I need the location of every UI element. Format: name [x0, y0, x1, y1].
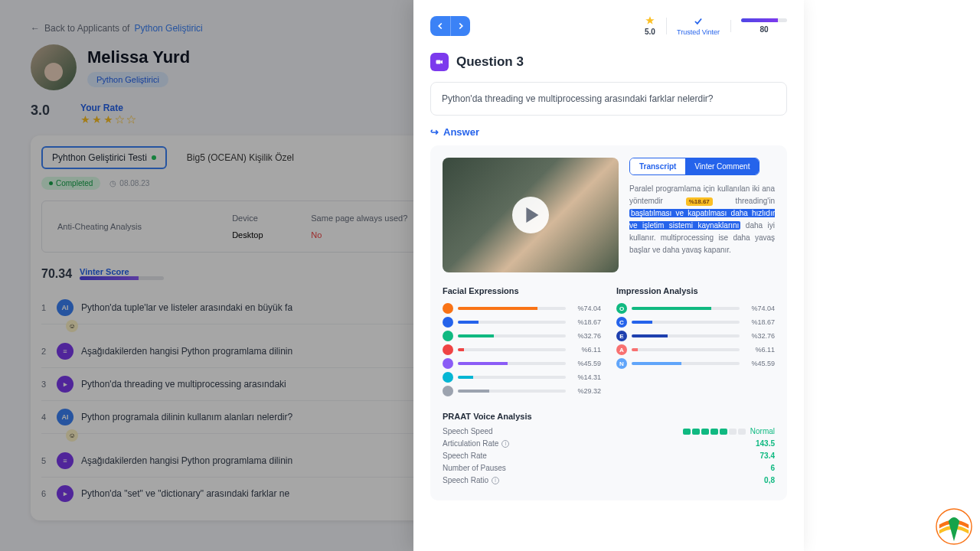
svg-rect-0 — [436, 60, 441, 64]
speed-block — [701, 429, 709, 435]
question-type-icon: ▸ — [57, 485, 74, 502]
clock-icon: ◷ — [109, 179, 116, 187]
praat-row: Articulation Rate i 143.5 — [443, 439, 775, 448]
metric-rating: 5.0 — [645, 15, 655, 36]
vinter-score-label: Vinter Score — [80, 267, 164, 276]
impression-row: A %6.11 — [616, 344, 775, 355]
expression-value: %18.67 — [570, 318, 601, 326]
expression-value: %14.31 — [570, 373, 601, 381]
question-text: Python'da threading ve multiprocessing a… — [430, 82, 787, 116]
praat-value: 73.4 — [760, 452, 775, 460]
praat-speed-label: Speech Speed — [443, 427, 493, 435]
speed-block — [738, 429, 746, 435]
question-number: 5 — [41, 456, 49, 465]
expression-value: %45.59 — [570, 360, 601, 367]
question-type-icon: ≡ — [57, 343, 74, 360]
ac-col-device: Device — [226, 210, 303, 226]
emoji-icon: ☺ — [66, 320, 78, 332]
impression-value: %45.59 — [744, 360, 775, 367]
prev-question-button[interactable] — [430, 16, 450, 36]
test-tab-big5[interactable]: Big5 (OCEAN) Kişilik Özel — [178, 146, 303, 169]
question-type-icon: AI — [57, 299, 74, 316]
emoji-icon: ☺ — [66, 429, 78, 442]
question-type-icon: AI — [57, 409, 74, 425]
your-rate-stars[interactable] — [80, 115, 136, 125]
next-question-button[interactable] — [450, 16, 470, 36]
info-icon[interactable]: i — [501, 440, 509, 448]
facial-row: %29.32 — [443, 386, 601, 396]
expression-value: %6.11 — [570, 346, 601, 354]
impression-value: %6.11 — [744, 346, 775, 354]
ac-device: Desktop — [226, 227, 303, 243]
speed-block — [720, 429, 727, 435]
speed-blocks — [683, 429, 746, 435]
praat-title: PRAAT Voice Analysis — [443, 412, 775, 421]
praat-value: 143.5 — [756, 439, 775, 448]
question-title: Question 3 — [456, 54, 524, 70]
tab-vinter-comment[interactable]: Vinter Comment — [685, 158, 759, 174]
impression-dot-icon: E — [616, 331, 627, 341]
impression-row: N %45.59 — [616, 358, 775, 369]
praat-label: Speech Ratio i — [443, 476, 499, 484]
answer-video-play[interactable] — [443, 158, 619, 272]
expression-dot-icon — [443, 317, 453, 328]
impression-row: C %18.67 — [616, 317, 775, 328]
question-detail-panel: 5.0 Trusted Vinter 80 Question 3 Python'… — [413, 0, 804, 551]
expression-dot-icon — [443, 344, 453, 355]
expression-value: %29.32 — [570, 387, 601, 395]
expression-dot-icon — [443, 386, 453, 396]
question-number: 2 — [41, 347, 49, 356]
avatar — [31, 44, 77, 90]
speed-block — [692, 429, 700, 435]
reply-icon: ↪ — [430, 126, 439, 138]
question-number: 6 — [41, 489, 49, 498]
info-icon[interactable]: i — [492, 477, 499, 484]
answer-label: ↪ Answer — [430, 126, 787, 138]
question-number: 1 — [41, 303, 49, 312]
metric-trusted: Trusted Vinter — [677, 16, 720, 36]
expression-value: %74.04 — [570, 305, 601, 312]
praat-row: Number of Pauses 6 — [443, 464, 775, 472]
answer-card: Transcript Vinter Comment Paralel progra… — [430, 145, 787, 500]
impression-title: Impression Analysis — [616, 286, 775, 295]
vinter-score-bar: .vs-bar::after{width:70%} — [80, 276, 164, 280]
impression-value: %74.04 — [744, 305, 775, 312]
star-icon — [645, 15, 655, 26]
test-tab-python[interactable]: Pyhthon Geliştirici Testi — [41, 146, 167, 169]
question-type-icon: ≡ — [57, 452, 74, 469]
speed-block — [710, 429, 718, 435]
tab-transcript[interactable]: Transcript — [630, 158, 685, 174]
impression-dot-icon: N — [616, 358, 627, 369]
question-number: 3 — [41, 380, 49, 389]
facial-row: %18.67 — [443, 317, 601, 328]
role-tag: Python Geliştirici — [87, 72, 168, 87]
test-date: ◷08.08.23 — [109, 179, 149, 187]
back-link-target[interactable]: Python Geliştirici — [134, 23, 202, 34]
facial-row: %6.11 — [443, 344, 601, 355]
anti-cheat-title: Anti-Cheating Analysis — [51, 210, 224, 243]
expression-dot-icon — [443, 372, 453, 383]
question-type-icon: ▸ — [57, 376, 74, 393]
arrow-left-icon: ← — [31, 23, 40, 34]
impression-row: O %74.04 — [616, 303, 775, 314]
facial-list: %74.04 %18.67 %32.76 %6.11 %45.59 %14.31… — [443, 303, 601, 396]
praat-label: Number of Pauses — [443, 464, 506, 472]
camera-icon — [430, 53, 449, 71]
check-icon — [693, 16, 704, 27]
applicant-name: Melissa Yurd — [87, 47, 190, 67]
praat-row: Speech Rate 73.4 — [443, 452, 775, 460]
expression-dot-icon — [443, 303, 453, 314]
highlight-badge: %18.67 — [686, 197, 713, 206]
impression-value: %18.67 — [744, 318, 775, 326]
status-dot-icon — [152, 155, 156, 160]
transcript-tabs: Transcript Vinter Comment — [629, 158, 760, 175]
brand-logo — [936, 508, 972, 545]
facial-row: %14.31 — [443, 372, 601, 383]
praat-value: 6 — [770, 464, 775, 472]
praat-section: PRAAT Voice Analysis Speech Speed Normal… — [443, 412, 775, 484]
praat-value: 0,8 — [764, 476, 775, 484]
vinter-score-value: 70.34 — [41, 267, 72, 281]
expression-value: %32.76 — [570, 332, 601, 340]
score-progress-bar — [741, 18, 787, 22]
speed-block — [729, 429, 737, 435]
